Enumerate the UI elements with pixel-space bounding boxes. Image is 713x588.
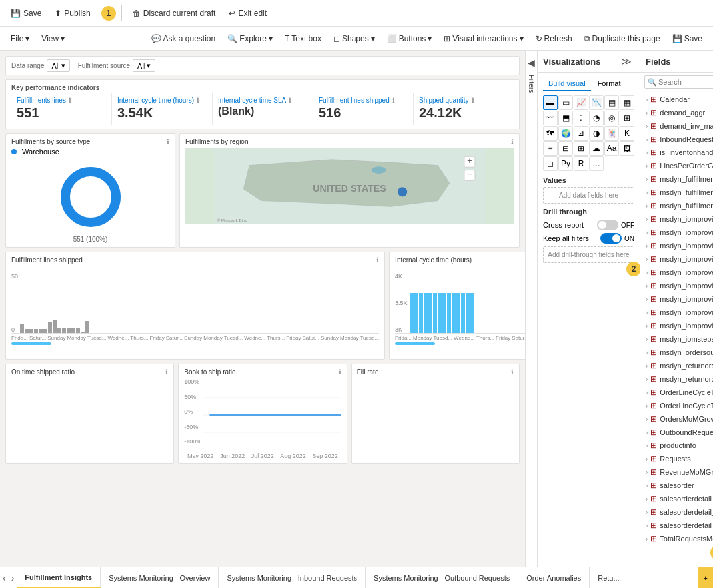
field-item[interactable]: › ⊞ msdyn_returnorderdetail (640, 372, 713, 386)
viz-icon-treemap[interactable]: ⊞ (620, 111, 634, 125)
field-item[interactable]: › ⊞ msdyn_fulfillmentorder (640, 172, 713, 186)
field-item[interactable]: › ⊞ demand_inv_matching (640, 119, 713, 133)
field-item[interactable]: › ⊞ msdyn_iomstepacione... (640, 332, 713, 346)
tab-retu[interactable]: Retu... (590, 567, 628, 588)
viz-icon-image[interactable]: 🖼 (620, 141, 634, 156)
viz-icon-stacked[interactable]: ▤ (604, 95, 619, 110)
field-item[interactable]: › ⊞ OutboundRequestsMo... (640, 426, 713, 439)
field-item[interactable]: › ⊞ salesorderdetail (640, 492, 713, 505)
info-icon[interactable]: ℹ (511, 368, 514, 376)
viz-icon-column[interactable]: ▭ (558, 95, 573, 110)
save-menu-button[interactable]: 💾 Save (667, 32, 708, 45)
tab-systems-inbound[interactable]: Systems Monitoring - Inbound Requests (219, 567, 366, 588)
view-menu[interactable]: View ▾ (36, 32, 70, 45)
publish-button[interactable]: ⬆ Publish (49, 6, 95, 21)
exit-edit-button[interactable]: ↩ Exit edit (223, 6, 272, 21)
field-item[interactable]: › ⊞ productinfo (640, 439, 713, 452)
ask-question-button[interactable]: 💬 Ask a question (146, 32, 221, 45)
field-item[interactable]: › ⊞ salesorderdetail_totalor... (640, 519, 713, 532)
viz-icon-azure[interactable]: ☁ (589, 141, 604, 156)
fulfillment-source-select[interactable]: All ▾ (133, 59, 155, 72)
filters-label[interactable]: Filters (528, 75, 535, 93)
field-item[interactable]: › ⊞ InboundRequestsMoM... (640, 133, 713, 146)
tab-fulfillment-insights[interactable]: Fulfillment Insights (17, 567, 101, 588)
viz-icon-bar[interactable]: ▬ (543, 95, 558, 110)
field-item[interactable]: › ⊞ TotalRequestsMoMGro... (640, 532, 713, 545)
buttons-button[interactable]: ⬜ Buttons ▾ (382, 32, 438, 45)
viz-icon-slicer[interactable]: ≡ (543, 141, 558, 156)
field-item[interactable]: › ⊞ OrderLineCycleTimeSLA (640, 399, 713, 412)
save-button[interactable]: 💾 Save (5, 6, 47, 21)
field-item[interactable]: › ⊞ salesorder (640, 479, 713, 492)
explore-button[interactable]: 🔍 Explore ▾ (222, 32, 278, 45)
viz-icon-kpi[interactable]: K (620, 126, 634, 141)
tab-build-visual[interactable]: Build visual (543, 77, 591, 91)
viz-icon-area[interactable]: 📉 (589, 95, 604, 110)
viz-icon-table[interactable]: ⊟ (558, 141, 573, 156)
refresh-button[interactable]: ↻ Refresh (530, 32, 578, 45)
keep-all-filters-toggle[interactable] (600, 233, 622, 244)
info-icon[interactable]: ℹ (392, 97, 395, 104)
viz-icon-line[interactable]: 📈 (574, 95, 588, 110)
viz-icon-filled-map[interactable]: 🌍 (558, 126, 573, 141)
add-drill-box[interactable]: Add drill-through fields here (543, 246, 634, 263)
field-item[interactable]: › ⊞ OrderLineCycleTimeGoal (640, 386, 713, 399)
viz-icon-funnel[interactable]: ⊿ (574, 126, 588, 141)
info-icon[interactable]: ℹ (289, 97, 291, 104)
field-item[interactable]: › ⊞ msdyn_iomproviderme... (640, 319, 713, 332)
field-item[interactable]: › ⊞ msdyn_iomprovider (640, 212, 713, 226)
field-item[interactable]: › ⊞ Calendar (640, 93, 713, 106)
textbox-button[interactable]: T Text box (279, 32, 327, 45)
shapes-button[interactable]: ◻ Shapes ▾ (328, 32, 380, 45)
discard-button[interactable]: 🗑 Discard current draft (127, 6, 221, 21)
info-icon[interactable]: ℹ (339, 368, 341, 376)
info-icon[interactable]: ℹ (69, 97, 71, 104)
info-icon[interactable]: ℹ (167, 138, 169, 145)
info-icon[interactable]: ℹ (511, 138, 514, 145)
expand-viz-button[interactable]: ≫ (619, 55, 634, 68)
field-item[interactable]: › ⊞ msdyn_iomproviderme... (640, 306, 713, 319)
field-item[interactable]: › ⊞ msdyn_ordersource (640, 346, 713, 359)
tab-nav-next[interactable]: › (9, 567, 17, 588)
info-icon[interactable]: ℹ (197, 97, 199, 104)
info-icon[interactable]: ℹ (165, 368, 168, 376)
viz-icon-text[interactable]: Aa (604, 141, 619, 156)
field-item[interactable]: › ⊞ RevenueMoMGrowthR... (640, 465, 713, 479)
duplicate-button[interactable]: ⧉ Duplicate this page (579, 32, 666, 45)
viz-icon-100pct[interactable]: ▦ (620, 95, 634, 110)
tab-order-anomalies[interactable]: Order Anomalies (518, 567, 590, 588)
collapse-filters-button[interactable]: ◀ (525, 56, 538, 69)
date-range-select[interactable]: All ▾ (47, 59, 69, 72)
viz-icon-custom[interactable]: … (589, 156, 604, 171)
scrollbar[interactable] (11, 342, 51, 345)
info-icon[interactable]: ℹ (472, 97, 474, 104)
field-item[interactable]: › ⊞ LinesPerOrderGoal (640, 159, 713, 172)
tab-format[interactable]: Format (592, 77, 626, 91)
scrollbar[interactable] (395, 342, 435, 345)
info-icon[interactable]: ℹ (376, 256, 379, 264)
viz-icon-scatter[interactable]: ⁚ (574, 111, 588, 125)
viz-icon-shape[interactable]: ◻ (543, 156, 558, 171)
add-tab-button[interactable]: + (698, 567, 713, 588)
tab-systems-overview[interactable]: Systems Monitoring - Overview (101, 567, 219, 588)
viz-icon-python[interactable]: Py (558, 156, 573, 171)
field-item[interactable]: › ⊞ msdyn_iomproviderme... (640, 292, 713, 306)
file-menu[interactable]: File ▾ (5, 32, 35, 45)
field-item[interactable]: › ⊞ demand_aggr (640, 106, 713, 119)
field-item[interactable]: › ⊞ msdyn_iomprovideracti... (640, 252, 713, 266)
field-item[interactable]: › ⊞ msdyn_iomproverdefi... (640, 266, 713, 279)
cross-report-toggle[interactable] (597, 220, 618, 230)
viz-icon-pie[interactable]: ◔ (589, 111, 604, 125)
viz-icon-donut[interactable]: ◎ (604, 111, 619, 125)
add-data-box[interactable]: Add data fields here (543, 187, 634, 204)
field-item[interactable]: › ⊞ OrdersMoMGrowthRat... (640, 412, 713, 426)
viz-icon-gauge[interactable]: ◑ (589, 126, 604, 141)
viz-icon-waterfall[interactable]: ⬒ (558, 111, 573, 125)
viz-icon-r[interactable]: R (574, 156, 588, 171)
viz-icon-matrix[interactable]: ⊞ (574, 141, 588, 156)
field-item[interactable]: › ⊞ is_inventonhandsum (640, 146, 713, 159)
viz-icon-ribbon[interactable]: 〰 (543, 111, 558, 125)
field-item[interactable]: › ⊞ msdyn_iomprovideracti... (640, 226, 713, 239)
field-item[interactable]: › ⊞ msdyn_returnorder (640, 359, 713, 372)
field-item[interactable]: › ⊞ msdyn_iomprovidercacti... (640, 239, 713, 252)
